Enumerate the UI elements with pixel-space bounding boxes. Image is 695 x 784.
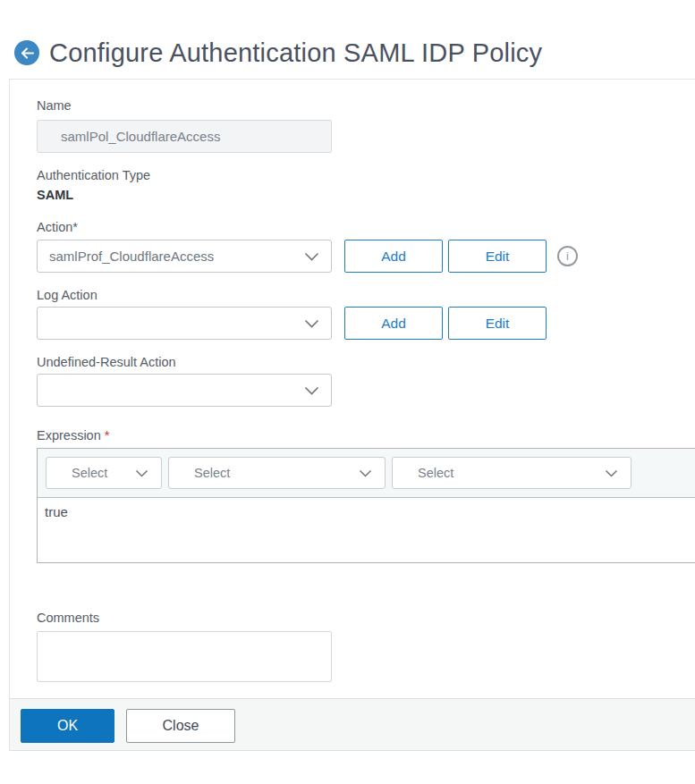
form-panel: Name Authentication Type SAML Action* sa…: [9, 79, 695, 751]
log-action-label: Log Action: [37, 287, 695, 303]
undefined-result-action-label: Undefined-Result Action: [37, 354, 695, 370]
expression-label: Expression *: [37, 427, 695, 443]
auth-type-value: SAML: [37, 187, 695, 203]
chevron-down-icon: [304, 383, 319, 399]
comments-input[interactable]: [37, 631, 332, 682]
action-add-button[interactable]: Add: [344, 240, 443, 273]
expression-label-text: Expression: [37, 428, 101, 443]
info-icon[interactable]: i: [557, 246, 578, 266]
log-action-row: Add Edit: [37, 307, 695, 340]
action-row: samlProf_CloudflareAccess Add Edit i: [37, 240, 695, 273]
name-input: [37, 120, 332, 153]
undefined-result-action-select[interactable]: [37, 374, 332, 407]
action-edit-button[interactable]: Edit: [448, 240, 547, 273]
ok-button[interactable]: OK: [21, 709, 114, 743]
page-title: Configure Authentication SAML IDP Policy: [49, 38, 542, 68]
action-label: Action*: [37, 219, 695, 235]
expression-select-1-value: Select: [72, 466, 107, 480]
expression-toolbar: Select Select Select: [38, 449, 695, 498]
arrow-left-icon: [21, 47, 34, 59]
close-button[interactable]: Close: [126, 709, 235, 743]
chevron-down-icon: [135, 465, 148, 481]
auth-type-label: Authentication Type: [37, 167, 695, 183]
expression-select-2[interactable]: Select: [168, 457, 386, 489]
action-select-value: samlProf_CloudflareAccess: [49, 249, 214, 264]
comments-label: Comments: [37, 610, 695, 626]
expression-select-1[interactable]: Select: [46, 457, 162, 489]
page-header: Configure Authentication SAML IDP Policy: [0, 0, 695, 79]
expression-builder: Select Select Select: [37, 448, 695, 563]
form-footer: OK Close: [10, 698, 695, 751]
name-label: Name: [37, 97, 695, 114]
chevron-down-icon: [304, 316, 319, 332]
back-button[interactable]: [14, 40, 39, 65]
action-select[interactable]: samlProf_CloudflareAccess: [37, 240, 332, 273]
required-asterisk: *: [105, 428, 110, 443]
expression-select-3-value: Select: [418, 466, 453, 480]
form-body: Name Authentication Type SAML Action* sa…: [10, 80, 695, 682]
chevron-down-icon: [304, 249, 319, 265]
expression-select-2-value: Select: [194, 466, 230, 480]
expression-input[interactable]: true: [38, 498, 695, 562]
log-action-add-button[interactable]: Add: [344, 307, 443, 340]
chevron-down-icon: [605, 465, 618, 481]
expression-select-3[interactable]: Select: [392, 457, 631, 489]
log-action-edit-button[interactable]: Edit: [448, 307, 547, 340]
log-action-select[interactable]: [37, 307, 332, 340]
undefined-result-action-row: [37, 374, 695, 407]
chevron-down-icon: [359, 465, 372, 481]
